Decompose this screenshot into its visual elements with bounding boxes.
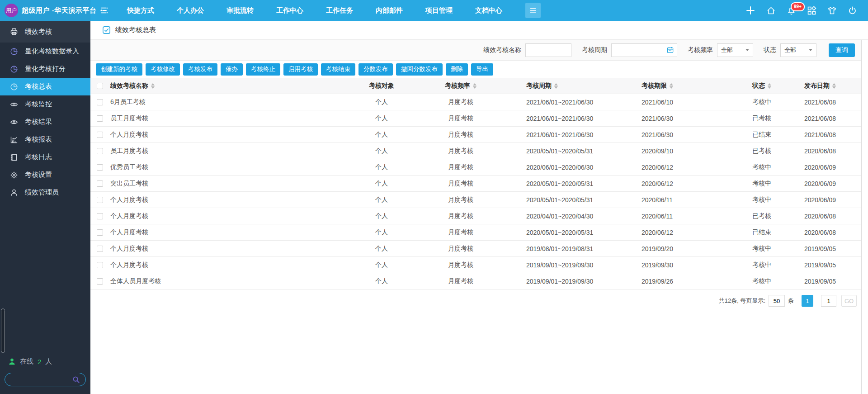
filter-period-input[interactable] — [614, 47, 666, 53]
home-icon[interactable] — [766, 6, 776, 15]
sidebar-item[interactable]: 绩效管理员 — [0, 184, 90, 201]
column-header[interactable]: 考核对象 — [354, 78, 409, 94]
row-checkbox[interactable] — [97, 278, 103, 285]
toolbar-button[interactable]: 撤回分数发布 — [396, 63, 443, 76]
cell-period: 2021/06/01~2021/06/30 — [513, 127, 628, 142]
table-row[interactable]: 突出员工考核 个人 月度考核 2020/05/01~2020/05/31 202… — [90, 176, 861, 192]
sidebar-item[interactable]: 考核设置 — [0, 166, 90, 184]
column-header[interactable]: 考核期限 — [628, 78, 743, 94]
notifications-bell-icon[interactable]: 99+ — [787, 6, 796, 15]
row-checkbox[interactable] — [97, 99, 103, 105]
column-header[interactable]: 考核周期 — [513, 78, 628, 94]
topbar-menu-item[interactable]: 快捷方式 — [116, 0, 165, 21]
toolbar-button[interactable]: 导出 — [471, 63, 493, 76]
topbar-menu-item[interactable]: 工作中心 — [265, 0, 315, 21]
topbar-menu-item[interactable]: 审批流转 — [215, 0, 265, 21]
toolbar-button[interactable]: 考核结束 — [321, 63, 355, 76]
go-button[interactable]: GO — [841, 295, 857, 307]
toolbar-button[interactable]: 催办 — [221, 63, 243, 76]
topbar-menu-item[interactable]: 个人办公 — [165, 0, 215, 21]
cell-period: 2019/09/01~2019/09/30 — [513, 273, 628, 289]
column-header[interactable]: 绩效考核名称 — [110, 78, 354, 94]
sort-icon[interactable] — [768, 83, 771, 89]
table-row[interactable]: 个人月度考核 个人 月度考核 2019/08/01~2019/08/31 201… — [90, 241, 861, 257]
row-checkbox[interactable] — [97, 213, 103, 219]
cell-frequency: 月度考核 — [409, 192, 513, 208]
search-icon[interactable] — [72, 376, 80, 384]
cell-deadline: 2020/09/10 — [628, 143, 743, 159]
topbar-menu-item[interactable]: 文档中心 — [464, 0, 514, 21]
more-apps-button[interactable] — [525, 3, 541, 18]
cell-publish-date: 2021/06/08 — [804, 127, 861, 142]
row-checkbox[interactable] — [97, 246, 103, 252]
table-row[interactable]: 员工月度考核 个人 月度考核 2021/06/01~2021/06/30 202… — [90, 110, 861, 127]
column-header[interactable]: 考核频率 — [409, 78, 513, 94]
row-checkbox[interactable] — [97, 164, 103, 171]
current-page-button[interactable]: 1 — [802, 295, 813, 307]
table-row[interactable]: 6月员工考核 个人 月度考核 2021/06/01~2021/06/30 202… — [90, 94, 861, 110]
toolbar-button[interactable]: 启用考核 — [283, 63, 318, 76]
user-avatar[interactable]: 用户 — [5, 4, 18, 17]
toolbar-button[interactable]: 考核发布 — [183, 63, 217, 76]
toolbar-button[interactable]: 考核修改 — [146, 63, 180, 76]
topbar-menu-item[interactable]: 内部邮件 — [364, 0, 414, 21]
row-checkbox[interactable] — [97, 115, 103, 122]
table-row[interactable]: 优秀员工考核 个人 月度考核 2020/06/01~2020/06/30 202… — [90, 159, 861, 176]
column-header[interactable]: 发布日期 — [804, 78, 861, 94]
sort-icon[interactable] — [151, 83, 155, 89]
toolbar-button[interactable]: 考核终止 — [246, 63, 280, 76]
sidebar-item[interactable]: 考核监控 — [0, 95, 90, 113]
filter-frequency-select[interactable]: 全部 — [717, 43, 753, 57]
sort-icon[interactable] — [670, 83, 673, 89]
sidebar-search-input[interactable] — [10, 376, 72, 383]
table-row[interactable]: 个人月度考核 个人 月度考核 2020/05/01~2020/05/31 202… — [90, 224, 861, 241]
page-size-input[interactable] — [769, 295, 785, 307]
select-all-checkbox[interactable] — [97, 83, 103, 89]
add-icon[interactable] — [745, 5, 755, 15]
sidebar-scrollbar[interactable] — [1, 309, 5, 353]
topbar-menu-item[interactable]: 项目管理 — [414, 0, 464, 21]
menu-fold-icon[interactable] — [99, 6, 108, 15]
table-row[interactable]: 个人月度考核 个人 月度考核 2020/05/01~2020/05/31 202… — [90, 192, 861, 208]
theme-shirt-icon[interactable] — [827, 6, 837, 15]
cell-period: 2019/08/01~2019/08/31 — [513, 241, 628, 256]
sidebar-item[interactable]: 绩效考核 — [0, 21, 90, 43]
filter-period-field[interactable] — [611, 43, 677, 57]
toolbar-button[interactable]: 分数发布 — [359, 63, 393, 76]
toolbar-button[interactable]: 删除 — [446, 63, 468, 76]
scrollbar-gutter[interactable] — [861, 40, 868, 394]
sidebar-search-box — [5, 373, 86, 386]
row-checkbox[interactable] — [97, 262, 103, 268]
sidebar-item[interactable]: 考核日志 — [0, 148, 90, 166]
filter-status-select[interactable]: 全部 — [780, 43, 816, 57]
column-header[interactable]: 状态 — [743, 78, 804, 94]
sidebar-item[interactable]: 量化考核数据录入 — [0, 43, 90, 60]
cell-period: 2020/04/01~2020/04/30 — [513, 208, 628, 224]
row-checkbox[interactable] — [97, 148, 103, 154]
sidebar-item[interactable]: 考核结果 — [0, 113, 90, 131]
row-checkbox[interactable] — [97, 229, 103, 236]
apps-grid-icon[interactable] — [807, 6, 816, 15]
calendar-icon[interactable] — [666, 46, 674, 54]
table-row[interactable]: 个人月度考核 个人 月度考核 2020/04/01~2020/04/30 202… — [90, 208, 861, 224]
table-row[interactable]: 个人月度考核 个人 月度考核 2019/09/01~2019/09/30 201… — [90, 257, 861, 273]
table-row[interactable]: 个人月度考核 个人 月度考核 2021/06/01~2021/06/30 202… — [90, 127, 861, 143]
sidebar-item[interactable]: 考核总表 — [0, 78, 90, 95]
goto-page-input[interactable] — [821, 295, 836, 307]
power-icon[interactable] — [848, 6, 857, 15]
cell-frequency: 月度考核 — [409, 159, 513, 175]
row-checkbox[interactable] — [97, 132, 103, 138]
sidebar-item[interactable]: 量化考核打分 — [0, 60, 90, 78]
sidebar-item[interactable]: 考核报表 — [0, 131, 90, 148]
table-row[interactable]: 员工月度考核 个人 月度考核 2020/05/01~2020/05/31 202… — [90, 143, 861, 159]
table-row[interactable]: 全体人员月度考核 个人 月度考核 2019/09/01~2019/09/30 2… — [90, 273, 861, 290]
search-button[interactable]: 查询 — [829, 43, 855, 57]
sort-icon[interactable] — [473, 83, 476, 89]
row-checkbox[interactable] — [97, 197, 103, 203]
toolbar-button[interactable]: 创建新的考核 — [96, 63, 142, 76]
row-checkbox[interactable] — [97, 180, 103, 187]
topbar-menu-item[interactable]: 工作任务 — [315, 0, 364, 21]
filter-name-input[interactable] — [525, 43, 571, 57]
sort-icon[interactable] — [554, 83, 558, 89]
sort-icon[interactable] — [832, 83, 836, 89]
